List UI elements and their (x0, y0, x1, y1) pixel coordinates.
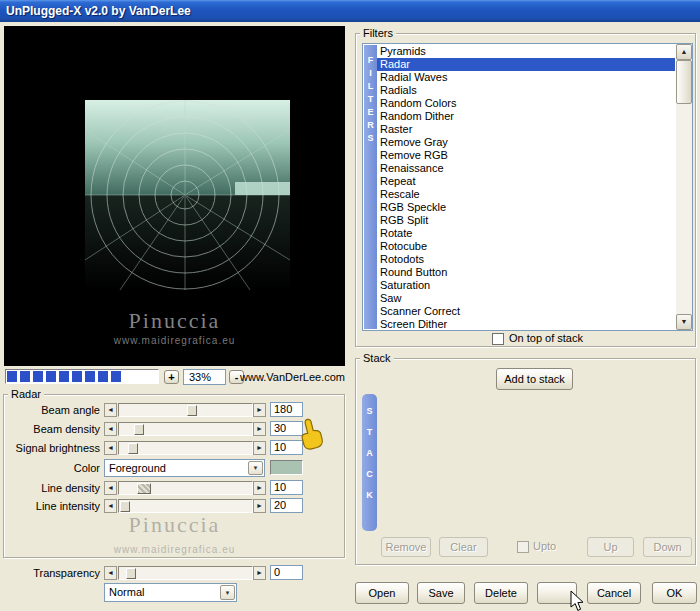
filter-item[interactable]: Remove RGB (377, 149, 675, 162)
clear-button[interactable]: Clear (439, 537, 488, 557)
line-intensity-right-arrow[interactable]: ► (253, 499, 266, 513)
filter-item[interactable]: Renaissance (377, 162, 675, 175)
beam-angle-value[interactable]: 180 (270, 402, 303, 417)
transparency-value[interactable]: 0 (270, 565, 303, 580)
beam-angle-right-arrow[interactable]: ► (253, 403, 266, 417)
filters-vertical-bar: FILTERS (364, 45, 377, 329)
filter-item[interactable]: Remove Gray (377, 136, 675, 149)
line-density-right-arrow[interactable]: ► (253, 481, 266, 495)
left-arrow-icon: ◄ (107, 444, 114, 451)
line-intensity-slider-thumb[interactable] (120, 501, 130, 512)
add-to-stack-button[interactable]: Add to stack (496, 368, 573, 390)
filter-item[interactable]: Rescale (377, 188, 675, 201)
mouse-cursor-icon (570, 591, 584, 611)
filter-item[interactable]: RGB Speckle (377, 201, 675, 214)
chevron-down-icon[interactable]: ▼ (248, 461, 263, 475)
filter-item[interactable]: Repeat (377, 175, 675, 188)
upto-checkbox[interactable] (517, 541, 529, 553)
vanderlee-website-link[interactable]: www.VanDerLee.com (238, 371, 345, 383)
transparency-left-arrow[interactable]: ◄ (104, 566, 117, 580)
right-arrow-icon: ► (256, 569, 263, 576)
signal-brightness-right-arrow[interactable]: ► (253, 441, 266, 455)
filter-item[interactable]: Saw (377, 292, 675, 305)
filters-listbox[interactable]: FILTERS PyramidsRadarRadial WavesRadials… (362, 43, 693, 331)
filter-item[interactable]: Random Colors (377, 97, 675, 110)
scroll-up-icon[interactable]: ▲ (676, 44, 692, 60)
remove-button[interactable]: Remove (381, 537, 431, 557)
open-button[interactable]: Open (355, 582, 409, 604)
on-top-of-stack-checkbox[interactable] (492, 333, 504, 345)
signal-brightness-slider[interactable] (118, 441, 253, 455)
filter-item[interactable]: Rotodots (377, 253, 675, 266)
filter-item[interactable]: Rotocube (377, 240, 675, 253)
filters-list-items[interactable]: PyramidsRadarRadial WavesRadialsRandom C… (377, 45, 675, 329)
beam-density-label: Beam density (0, 423, 100, 435)
transparency-label: Transparency (0, 567, 100, 579)
zoom-in-button[interactable]: + (164, 370, 179, 384)
filter-item[interactable]: Pyramids (377, 45, 675, 58)
scroll-down-icon[interactable]: ▼ (676, 314, 692, 330)
beam-angle-left-arrow[interactable]: ◄ (104, 403, 117, 417)
up-button[interactable]: Up (587, 537, 634, 557)
stack-group-label: Stack (360, 352, 394, 364)
filters-group-label: Filters (360, 27, 396, 39)
right-arrow-icon: ► (256, 425, 263, 432)
color-combobox[interactable]: Foreground ▼ (104, 459, 265, 477)
filter-item[interactable]: Raster (377, 123, 675, 136)
filter-item[interactable]: Screen Dither (377, 318, 675, 329)
radar-group-label: Radar (8, 388, 44, 400)
delete-button[interactable]: Delete (474, 582, 528, 604)
blend-mode-combobox[interactable]: Normal ▼ (104, 583, 237, 602)
panel-watermark-url: www.maidiregrafica.eu (4, 544, 345, 555)
line-intensity-slider[interactable] (118, 499, 253, 513)
title-bar[interactable]: UnPlugged-X v2.0 by VanDerLee (0, 0, 700, 22)
cancel-button[interactable]: Cancel (587, 582, 641, 604)
line-intensity-left-arrow[interactable]: ◄ (104, 499, 117, 513)
right-arrow-icon: ► (256, 502, 263, 509)
ok-button[interactable]: OK (652, 582, 697, 604)
left-arrow-icon: ◄ (107, 406, 114, 413)
filter-item[interactable]: Saturation (377, 279, 675, 292)
beam-density-left-arrow[interactable]: ◄ (104, 422, 117, 436)
save-button[interactable]: Save (417, 582, 465, 604)
transparency-slider-thumb[interactable] (126, 568, 136, 579)
line-density-slider[interactable] (118, 481, 253, 495)
filter-item[interactable]: Random Dither (377, 110, 675, 123)
beam-density-slider-thumb[interactable] (134, 424, 144, 435)
signal-brightness-value[interactable]: 10 (270, 440, 303, 455)
filter-item[interactable]: Radials (377, 84, 675, 97)
right-arrow-icon: ► (256, 406, 263, 413)
beam-density-slider[interactable] (118, 422, 253, 436)
filter-item[interactable]: RGB Split (377, 214, 675, 227)
line-density-label: Line density (0, 482, 100, 494)
line-intensity-label: Line intensity (0, 500, 100, 512)
left-arrow-icon: ◄ (107, 569, 114, 576)
line-density-value[interactable]: 10 (270, 480, 303, 495)
line-density-slider-thumb[interactable] (137, 483, 151, 494)
preview-pane[interactable]: Pinuccia www.maidiregrafica.eu (4, 26, 345, 366)
chevron-down-icon[interactable]: ▼ (220, 585, 235, 600)
signal-brightness-left-arrow[interactable]: ◄ (104, 441, 117, 455)
beam-angle-slider[interactable] (118, 403, 253, 417)
filter-item[interactable]: Scanner Correct (377, 305, 675, 318)
filter-item[interactable]: Rotate (377, 227, 675, 240)
filter-item[interactable]: Radar (377, 58, 675, 71)
preview-watermark-url: www.maidiregrafica.eu (4, 335, 345, 346)
filters-scrollbar-thumb[interactable] (676, 60, 692, 104)
dialog-window: UnPlugged-X v2.0 by VanDerLee (0, 0, 700, 611)
beam-angle-slider-thumb[interactable] (187, 405, 197, 416)
zoom-value[interactable]: 33% (183, 369, 226, 385)
beam-density-right-arrow[interactable]: ► (253, 422, 266, 436)
down-button[interactable]: Down (643, 537, 692, 557)
filter-item[interactable]: Round Button (377, 266, 675, 279)
filter-item[interactable]: Radial Waves (377, 71, 675, 84)
radar-preview-image (85, 100, 290, 290)
color-swatch[interactable] (270, 460, 303, 475)
signal-brightness-slider-thumb[interactable] (128, 443, 138, 454)
left-arrow-icon: ◄ (107, 502, 114, 509)
signal-brightness-label: Signal brightness (0, 442, 100, 454)
line-intensity-value[interactable]: 20 (270, 498, 303, 513)
transparency-slider[interactable] (118, 566, 253, 580)
transparency-right-arrow[interactable]: ► (253, 566, 266, 580)
line-density-left-arrow[interactable]: ◄ (104, 481, 117, 495)
